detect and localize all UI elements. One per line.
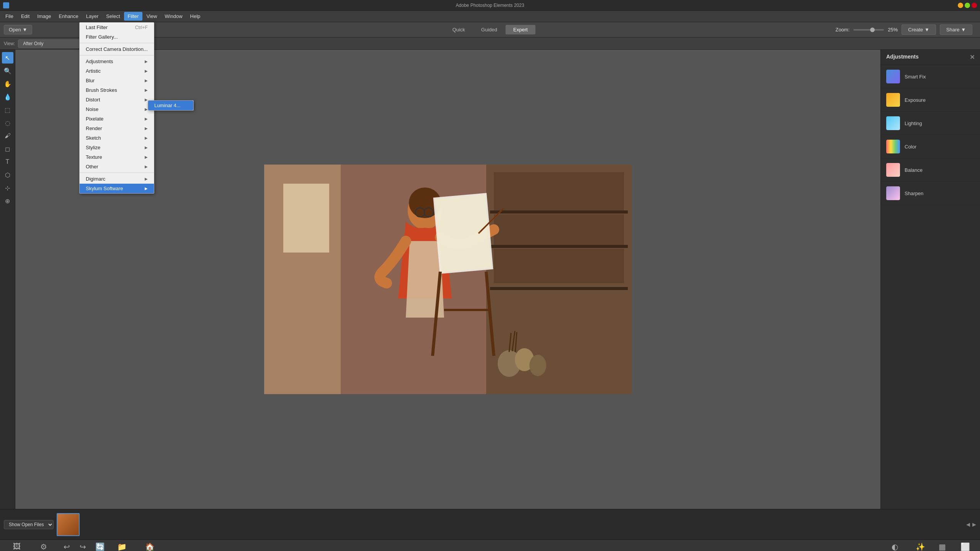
filter-skylum[interactable]: Skylum Software — [80, 184, 154, 193]
tab-guided[interactable]: Guided — [474, 25, 505, 34]
tool-crop[interactable]: ⊹ — [2, 182, 13, 194]
effects-icon: ✨ — [916, 542, 925, 551]
textures-icon: ▦ — [939, 542, 946, 551]
tool-eyedropper[interactable]: 💧 — [2, 91, 13, 103]
tool-lasso[interactable]: ◌ — [2, 117, 13, 129]
tool-tool-options[interactable]: ⚙ Tool Options — [32, 542, 56, 551]
minimize-button[interactable] — [958, 3, 963, 8]
svg-rect-11 — [435, 195, 492, 272]
tool-marquee[interactable]: ⬚ — [2, 104, 13, 116]
tool-photo-bin[interactable]: 🖼 Photo Bin — [8, 542, 26, 551]
rotate-icon: 🔄 — [95, 542, 105, 551]
adjustments-title: Adjustments — [886, 54, 919, 61]
panel-effects[interactable]: ✨ Effects — [914, 542, 927, 551]
show-open-files-select[interactable]: Show Open Files — [4, 520, 54, 529]
filter-blur[interactable]: Blur — [80, 76, 154, 85]
titlebar-left — [3, 2, 9, 8]
tool-brush[interactable]: 🖌 — [2, 130, 13, 142]
filter-distort[interactable]: Distort — [80, 95, 154, 104]
tab-expert[interactable]: Expert — [506, 25, 536, 34]
adj-smart-fix[interactable]: Smart Fix — [881, 65, 980, 88]
menu-window[interactable]: Window — [161, 12, 186, 21]
menu-select[interactable]: Select — [102, 12, 124, 21]
tool-organizer[interactable]: 📁 Organizer — [113, 542, 131, 551]
filter-separator-1 — [80, 43, 154, 43]
menu-image[interactable]: Image — [33, 12, 55, 21]
exposure-icon — [886, 93, 900, 107]
titlebar-controls — [958, 3, 977, 8]
filter-stylize[interactable]: Stylize — [80, 143, 154, 152]
photo-svg — [264, 165, 632, 394]
menu-view[interactable]: View — [142, 12, 161, 21]
panel-close-button[interactable]: ✕ — [970, 54, 975, 61]
create-button[interactable]: Create ▼ — [902, 24, 936, 35]
menu-filter[interactable]: Filter — [124, 12, 143, 21]
maximize-button[interactable] — [965, 3, 970, 8]
adj-exposure[interactable]: Exposure — [881, 88, 980, 112]
filter-noise[interactable]: Noise — [80, 104, 154, 114]
correct-camera-label: Correct Camera Distortion... — [86, 46, 148, 52]
filter-separator-3 — [80, 173, 154, 173]
last-filter-label: Last Filter — [86, 24, 108, 30]
svg-rect-5 — [490, 210, 628, 214]
filter-adjustments[interactable]: Adjustments — [80, 57, 154, 66]
open-button[interactable]: Open ▼ — [4, 25, 32, 34]
filmstrip-scroll-right[interactable]: ▶ — [972, 522, 976, 527]
filmstrip-thumbnail[interactable] — [57, 513, 80, 536]
filter-brush-strokes[interactable]: Brush Strokes — [80, 85, 154, 95]
adj-exposure-label: Exposure — [905, 97, 926, 103]
tool-redo[interactable]: ↪ Redo — [78, 542, 88, 551]
tool-zoom[interactable]: 🔍 — [2, 65, 13, 77]
filter-last-filter[interactable]: Last Filter Ctrl+F — [80, 23, 154, 32]
tool-shape[interactable]: ⬡ — [2, 169, 13, 181]
filter-artistic-label: Artistic — [86, 68, 101, 74]
filter-render[interactable]: Render — [80, 124, 154, 133]
menubar: File Edit Image Enhance Layer Select Fil… — [0, 11, 980, 22]
filter-correct-camera[interactable]: Correct Camera Distortion... — [80, 44, 154, 54]
tool-rotate[interactable]: 🔄 Rotate — [94, 542, 106, 551]
menu-layer[interactable]: Layer — [82, 12, 103, 21]
menu-file[interactable]: File — [2, 12, 17, 21]
adj-sharpen[interactable]: Sharpen — [881, 182, 980, 205]
filmstrip-scroll-left[interactable]: ◀ — [966, 522, 970, 527]
bottom-left-tools: 🖼 Photo Bin ⚙ Tool Options ↩ Undo ↪ Redo… — [8, 542, 163, 551]
adj-balance-label: Balance — [905, 167, 923, 173]
adj-sharpen-label: Sharpen — [905, 191, 923, 196]
filter-separator-2 — [80, 55, 154, 55]
filter-pixelate-label: Pixelate — [86, 116, 103, 122]
tool-transform[interactable]: ⊕ — [2, 195, 13, 207]
filter-pixelate[interactable]: Pixelate — [80, 114, 154, 124]
panel-adjustments[interactable]: ◐ Adjustments — [883, 542, 906, 551]
organizer-icon: 📁 — [117, 542, 127, 551]
tool-hand[interactable]: ✋ — [2, 78, 13, 90]
tool-move[interactable]: ↖ — [2, 52, 13, 64]
tab-quick[interactable]: Quick — [445, 25, 473, 34]
tool-undo[interactable]: ↩ Undo — [62, 542, 72, 551]
tool-home-screen[interactable]: 🏠 Home Screen — [137, 542, 163, 551]
panel-frames[interactable]: ⬜ Frames — [958, 542, 972, 551]
color-icon — [886, 140, 900, 153]
share-button[interactable]: Share ▼ — [940, 24, 972, 35]
close-button[interactable] — [972, 3, 977, 8]
view-select[interactable]: After Only Before Only Before & After - … — [18, 39, 87, 48]
filter-digimarc[interactable]: Digimarc — [80, 174, 154, 184]
filter-texture[interactable]: Texture — [80, 152, 154, 162]
luminar-4-item[interactable]: Luminar 4... — [148, 101, 193, 110]
filter-sketch[interactable]: Sketch — [80, 133, 154, 143]
menu-edit[interactable]: Edit — [17, 12, 33, 21]
filter-artistic[interactable]: Artistic — [80, 66, 154, 76]
menu-help[interactable]: Help — [186, 12, 204, 21]
tool-text[interactable]: T — [2, 156, 13, 168]
adj-balance[interactable]: Balance — [881, 158, 980, 182]
smart-fix-icon — [886, 70, 900, 83]
adj-lighting[interactable]: Lighting — [881, 112, 980, 135]
adj-color[interactable]: Color — [881, 135, 980, 158]
tool-eraser[interactable]: ◻ — [2, 143, 13, 155]
menu-enhance[interactable]: Enhance — [55, 12, 82, 21]
panel-textures[interactable]: ▦ Textures — [934, 542, 951, 551]
filter-gallery[interactable]: Filter Gallery... — [80, 32, 154, 42]
adjustments-header: Adjustments ✕ — [881, 50, 980, 65]
zoom-slider[interactable] — [853, 29, 884, 31]
filter-other[interactable]: Other — [80, 162, 154, 171]
right-tools: Zoom: 25% Create ▼ Share ▼ — [835, 24, 972, 35]
